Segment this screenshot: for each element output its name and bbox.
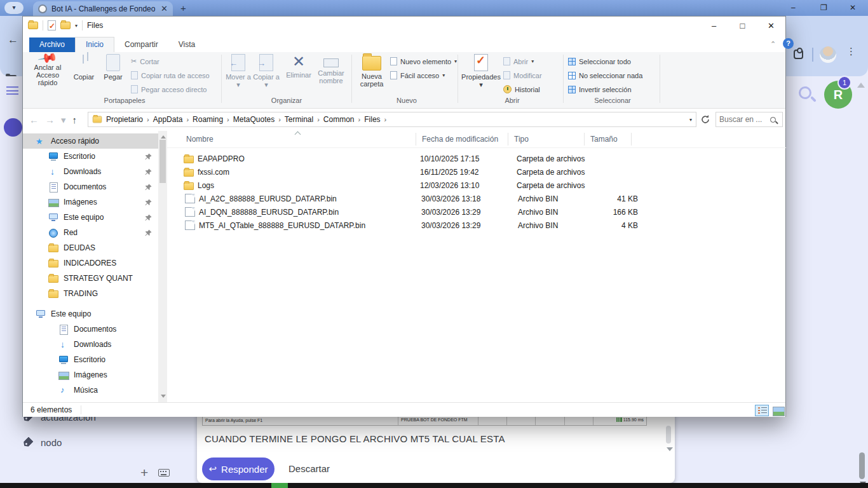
menu-hamburger-icon[interactable] bbox=[6, 86, 18, 95]
history-button[interactable]: Historial bbox=[503, 84, 540, 95]
column-header-size[interactable]: Tamaño bbox=[585, 133, 632, 146]
window-close-button[interactable]: ✕ bbox=[757, 17, 785, 36]
search-field[interactable] bbox=[715, 112, 783, 127]
select-all-button[interactable]: Seleccionar todo bbox=[568, 56, 631, 67]
sidebar-label-nodo[interactable]: nodo bbox=[23, 437, 62, 448]
forward-button[interactable]: → bbox=[45, 114, 55, 125]
nav-this-pc[interactable]: Este equipo bbox=[23, 306, 158, 322]
properties-qat-icon[interactable] bbox=[48, 20, 56, 30]
copy-button[interactable]: Copiar bbox=[70, 54, 98, 81]
scroll-up-icon[interactable] bbox=[857, 79, 865, 88]
tab-archivo[interactable]: Archivo bbox=[29, 37, 75, 52]
column-header-type[interactable]: Tipo bbox=[508, 133, 585, 146]
scroll-down-icon[interactable] bbox=[161, 395, 166, 400]
address-dropdown-icon[interactable]: ▾ bbox=[689, 117, 692, 123]
copy-path-button[interactable]: Copiar ruta de acceso bbox=[131, 70, 210, 81]
breadcrumb-item[interactable]: MetaQuotes bbox=[232, 115, 276, 124]
tab-close-icon[interactable]: ✕ bbox=[161, 4, 168, 13]
tab-compartir[interactable]: Compartir bbox=[114, 37, 168, 52]
tab-search-button[interactable]: ▾ bbox=[4, 2, 24, 14]
pin-to-quick-access-button[interactable]: 📌 Anclar al Acceso rápido bbox=[29, 54, 66, 86]
this-pc-item[interactable]: Música bbox=[23, 383, 158, 398]
file-row[interactable]: MT5_AI_QTable_888888_EURUSD_DATARP.bin30… bbox=[167, 219, 786, 232]
nav-quick-access[interactable]: Acceso rápido bbox=[23, 133, 158, 149]
nav-folder-item[interactable]: INDICADORES bbox=[23, 255, 158, 271]
tab-inicio[interactable]: Inicio bbox=[75, 37, 114, 52]
nav-item-download[interactable]: Downloads bbox=[23, 164, 158, 179]
file-row[interactable]: fxssi.com16/11/2025 19:42Carpeta de arch… bbox=[167, 165, 786, 179]
nav-scrollbar-thumb[interactable] bbox=[159, 140, 166, 183]
breadcrumb-item[interactable]: Common bbox=[322, 115, 356, 124]
qat-customize-icon[interactable]: ▾ bbox=[75, 23, 78, 29]
breadcrumb-item[interactable]: Propietario bbox=[105, 115, 144, 124]
new-folder-button[interactable]: Nueva carpeta bbox=[356, 54, 388, 88]
this-pc-item[interactable]: Escritorio bbox=[23, 352, 158, 367]
column-header-name[interactable]: Nombre bbox=[167, 133, 294, 146]
back-button[interactable]: ← bbox=[29, 114, 39, 125]
properties-button[interactable]: Propiedades ▾ bbox=[461, 54, 501, 88]
easy-access-button[interactable]: Fácil acceso▾ bbox=[390, 70, 445, 81]
column-header-date[interactable]: Fecha de modificación bbox=[416, 133, 508, 146]
nav-folder-item[interactable]: STRATEGY QUANT bbox=[23, 271, 158, 286]
browser-close-button[interactable]: ✕ bbox=[850, 3, 856, 12]
keyboard-icon[interactable] bbox=[158, 469, 170, 477]
nav-folder-item[interactable]: TRADING bbox=[23, 286, 158, 301]
file-row[interactable]: EAPAPDPRO10/10/2025 17:15Carpeta de arch… bbox=[167, 152, 786, 165]
nav-folder-item[interactable]: DEUDAS bbox=[23, 240, 158, 255]
breadcrumb-item[interactable]: AppData bbox=[152, 115, 184, 124]
page-scrollbar-thumb[interactable] bbox=[859, 452, 865, 479]
nav-item-desktop[interactable]: Escritorio bbox=[23, 149, 158, 164]
refresh-icon[interactable] bbox=[700, 114, 710, 125]
extensions-icon[interactable] bbox=[794, 50, 803, 59]
browser-menu-icon[interactable]: ⋮ bbox=[846, 49, 849, 53]
select-none-button[interactable]: No seleccionar nada bbox=[568, 70, 642, 81]
file-row[interactable]: Logs12/03/2026 13:10Carpeta de archivos bbox=[167, 179, 786, 192]
breadcrumb-item[interactable]: Files bbox=[363, 115, 381, 124]
help-button[interactable]: ? bbox=[783, 38, 794, 49]
card-scrollbar-thumb[interactable] bbox=[666, 426, 671, 444]
breadcrumb-item[interactable]: Roaming bbox=[191, 115, 224, 124]
nav-scrollbar[interactable] bbox=[158, 131, 167, 402]
new-folder-qat-icon[interactable] bbox=[60, 22, 71, 29]
add-button[interactable]: + bbox=[140, 465, 148, 480]
delete-button[interactable]: ✕ Eliminar bbox=[283, 54, 314, 79]
discard-button[interactable]: Descartar bbox=[288, 463, 330, 474]
up-button[interactable]: ↑ bbox=[72, 114, 78, 125]
new-tab-button[interactable]: + bbox=[180, 3, 186, 13]
recent-locations-icon[interactable]: ▾ bbox=[61, 114, 66, 126]
browser-minimize-button[interactable]: – bbox=[791, 3, 796, 12]
open-button[interactable]: Abrir▾ bbox=[503, 56, 534, 67]
file-row[interactable]: AI_DQN_888888_EURUSD_DATARP.bin30/03/202… bbox=[167, 205, 786, 219]
search-input[interactable] bbox=[719, 115, 770, 124]
this-pc-item[interactable]: Imágenes bbox=[23, 367, 158, 383]
new-item-button[interactable]: Nuevo elemento▾ bbox=[390, 56, 457, 67]
nav-item-computer[interactable]: Este equipo bbox=[23, 210, 158, 225]
tab-vista[interactable]: Vista bbox=[168, 37, 205, 52]
address-breadcrumb-field[interactable]: Propietario›AppData›Roaming›MetaQuotes›T… bbox=[88, 112, 696, 127]
reply-button[interactable]: ↩ Responder bbox=[202, 458, 275, 480]
browser-restore-button[interactable]: ❐ bbox=[820, 3, 827, 12]
cut-button[interactable]: ✂Cortar bbox=[131, 56, 159, 67]
rename-button[interactable]: Cambiar nombre bbox=[314, 54, 348, 85]
scroll-up-icon[interactable] bbox=[161, 133, 166, 139]
details-view-button[interactable] bbox=[755, 405, 769, 416]
paste-button[interactable]: Pegar bbox=[99, 54, 127, 81]
nav-item-document[interactable]: Documentos bbox=[23, 179, 158, 194]
card-scroll-down-icon[interactable] bbox=[667, 447, 673, 454]
move-to-button[interactable]: ← Mover a ▾ bbox=[225, 54, 252, 88]
thumbnails-view-button[interactable] bbox=[771, 405, 785, 416]
breadcrumb-item[interactable]: Terminal bbox=[283, 115, 315, 124]
paste-shortcut-button[interactable]: Pegar acceso directo bbox=[131, 84, 207, 95]
this-pc-item[interactable]: Documentos bbox=[23, 322, 158, 337]
window-maximize-button[interactable]: □ bbox=[728, 17, 757, 36]
nav-item-network[interactable]: Red bbox=[23, 225, 158, 240]
invert-selection-button[interactable]: Invertir selección bbox=[568, 84, 632, 95]
ribbon-collapse-icon[interactable]: ⌃ bbox=[770, 40, 776, 48]
this-pc-item[interactable]: Downloads bbox=[23, 337, 158, 352]
copy-to-button[interactable]: → Copiar a ▾ bbox=[253, 54, 280, 88]
search-icon[interactable] bbox=[799, 86, 811, 99]
browser-profile-avatar[interactable] bbox=[820, 46, 836, 63]
browser-back-button[interactable]: ← bbox=[8, 34, 18, 46]
file-row[interactable]: AI_A2C_888888_EURUSD_DATARP.bin30/03/202… bbox=[167, 192, 786, 205]
nav-item-image[interactable]: Imágenes bbox=[23, 194, 158, 210]
